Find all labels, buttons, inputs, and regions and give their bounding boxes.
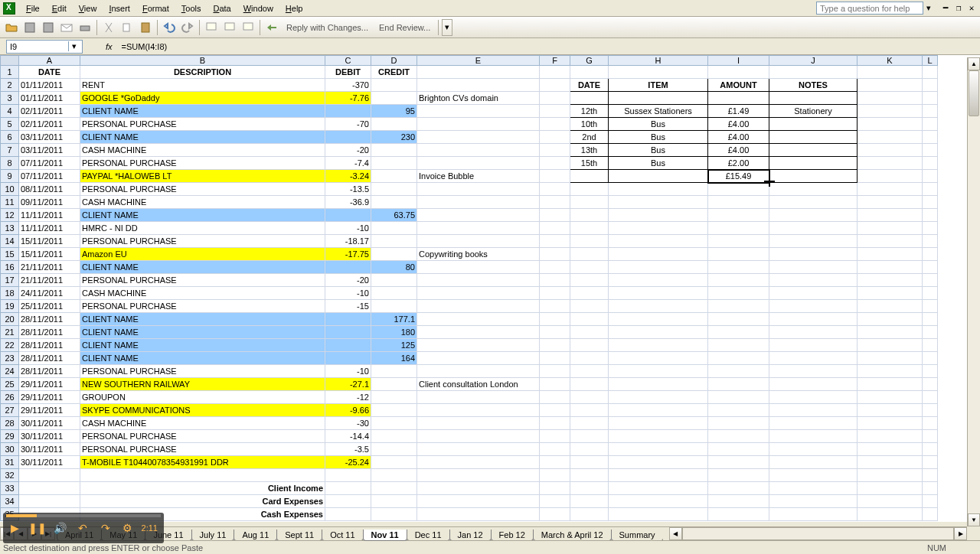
cell-J11[interactable]: [769, 196, 858, 209]
row-header-24[interactable]: 24: [1, 365, 19, 378]
cell-A17[interactable]: 21/11/2011: [19, 274, 80, 287]
cell-E29[interactable]: [417, 430, 540, 443]
cell-H19[interactable]: [609, 300, 708, 313]
menu-file[interactable]: File: [20, 2, 46, 15]
cell-F17[interactable]: [540, 274, 570, 287]
cell-C10[interactable]: -13.5: [325, 183, 371, 196]
row-header-6[interactable]: 6: [1, 131, 19, 144]
sheet-tab-summary[interactable]: Summary: [611, 530, 663, 541]
cell-F35[interactable]: [540, 508, 570, 521]
reply-arrow-icon[interactable]: [263, 19, 280, 36]
cell-K17[interactable]: [858, 274, 923, 287]
reply-with-changes-button[interactable]: Reply with Changes...: [282, 23, 373, 32]
cell-G7[interactable]: 13th: [570, 144, 609, 157]
cell-A28[interactable]: 30/11/2011: [19, 417, 80, 430]
cell-J2[interactable]: NOTES: [769, 79, 858, 92]
row-header-21[interactable]: 21: [1, 326, 19, 339]
cell-L27[interactable]: [923, 404, 938, 417]
cell-C21[interactable]: [325, 326, 371, 339]
cell-J29[interactable]: [769, 430, 858, 443]
show-comment-icon[interactable]: [240, 19, 256, 36]
cell-K21[interactable]: [858, 326, 923, 339]
cell-D4[interactable]: 95: [371, 105, 417, 118]
cell-A20[interactable]: 28/11/2011: [19, 313, 80, 326]
cell-K13[interactable]: [858, 222, 923, 235]
cell-E35[interactable]: [417, 508, 540, 521]
cell-A34[interactable]: [19, 495, 80, 508]
row-header-17[interactable]: 17: [1, 274, 19, 287]
cell-C18[interactable]: -10: [325, 287, 371, 300]
menu-view[interactable]: View: [73, 2, 103, 15]
cell-H24[interactable]: [609, 365, 708, 378]
cell-E33[interactable]: [417, 482, 540, 495]
cell-J23[interactable]: [769, 352, 858, 365]
row-header-5[interactable]: 5: [1, 118, 19, 131]
cell-C17[interactable]: -20: [325, 274, 371, 287]
sheet-tab-feb-12[interactable]: Feb 12: [491, 530, 534, 541]
cell-I9[interactable]: £15.49: [708, 170, 769, 183]
cell-K22[interactable]: [858, 339, 923, 352]
row-header-20[interactable]: 20: [1, 313, 19, 326]
cell-D10[interactable]: [371, 183, 417, 196]
col-header-I[interactable]: I: [708, 56, 769, 66]
cell-D13[interactable]: [371, 222, 417, 235]
cell-G9[interactable]: [570, 170, 609, 183]
row-header-1[interactable]: 1: [1, 66, 19, 79]
cell-F12[interactable]: [540, 209, 570, 222]
cell-K8[interactable]: [858, 157, 923, 170]
cell-F31[interactable]: [540, 456, 570, 469]
cell-J31[interactable]: [769, 456, 858, 469]
cell-I20[interactable]: [708, 313, 769, 326]
sheet-tab-aug-11[interactable]: Aug 11: [234, 530, 277, 541]
cell-B6[interactable]: CLIENT NAME: [80, 131, 325, 144]
cell-G26[interactable]: [570, 391, 609, 404]
cell-J17[interactable]: [769, 274, 858, 287]
cell-J12[interactable]: [769, 209, 858, 222]
cell-J33[interactable]: [769, 482, 858, 495]
cell-J19[interactable]: [769, 300, 858, 313]
cell-A18[interactable]: 24/11/2011: [19, 287, 80, 300]
cell-F4[interactable]: [540, 105, 570, 118]
cell-K23[interactable]: [858, 352, 923, 365]
cell-C25[interactable]: -27.1: [325, 378, 371, 391]
sheet-tab-july-11[interactable]: July 11: [191, 530, 235, 541]
row-header-11[interactable]: 11: [1, 196, 19, 209]
cell-B10[interactable]: PERSONAL PURCHASE: [80, 183, 325, 196]
cell-E30[interactable]: [417, 443, 540, 456]
cell-G3[interactable]: [570, 92, 609, 105]
cell-F15[interactable]: [540, 248, 570, 261]
cell-E1[interactable]: [417, 66, 540, 79]
cell-A31[interactable]: 30/11/2011: [19, 456, 80, 469]
cell-H27[interactable]: [609, 404, 708, 417]
save-icon[interactable]: [21, 19, 38, 36]
cell-L30[interactable]: [923, 443, 938, 456]
cell-K15[interactable]: [858, 248, 923, 261]
col-header-A[interactable]: A: [19, 56, 80, 66]
cell-I5[interactable]: £4.00: [708, 118, 769, 131]
menu-insert[interactable]: Insert: [103, 2, 136, 15]
cell-J34[interactable]: [769, 495, 858, 508]
cell-G17[interactable]: [570, 274, 609, 287]
scroll-up-button[interactable]: ▲: [968, 57, 980, 70]
cell-K2[interactable]: [858, 79, 923, 92]
cell-B32[interactable]: [80, 469, 325, 482]
col-header-B[interactable]: B: [80, 56, 325, 66]
cell-D5[interactable]: [371, 118, 417, 131]
cell-C22[interactable]: [325, 339, 371, 352]
cell-F19[interactable]: [540, 300, 570, 313]
sheet-tab-dec-11[interactable]: Dec 11: [407, 530, 450, 541]
cell-F25[interactable]: [540, 378, 570, 391]
cell-H3[interactable]: [609, 92, 708, 105]
cell-B22[interactable]: CLIENT NAME: [80, 339, 325, 352]
cell-C32[interactable]: [325, 469, 371, 482]
cell-E4[interactable]: [417, 105, 540, 118]
cell-K18[interactable]: [858, 287, 923, 300]
row-header-13[interactable]: 13: [1, 222, 19, 235]
cell-F8[interactable]: [540, 157, 570, 170]
col-header-F[interactable]: F: [540, 56, 570, 66]
cell-B13[interactable]: HMRC - NI DD: [80, 222, 325, 235]
cell-B9[interactable]: PAYPAL *HALOWEB LT: [80, 170, 325, 183]
cell-A8[interactable]: 07/11/2011: [19, 157, 80, 170]
cell-A11[interactable]: 09/11/2011: [19, 196, 80, 209]
horizontal-scrollbar[interactable]: ◀ ▶: [669, 527, 967, 540]
